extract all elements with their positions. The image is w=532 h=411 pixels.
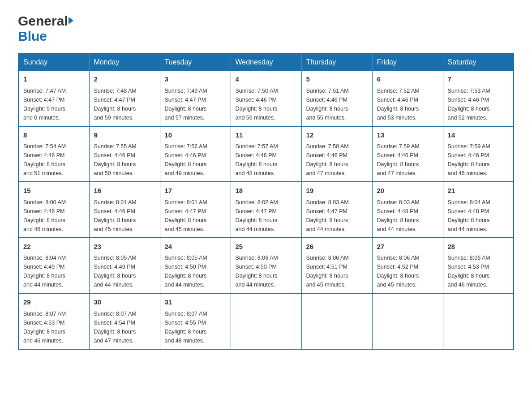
day-number: 5: [306, 74, 368, 85]
logo-general-text: General: [18, 13, 68, 29]
calendar-cell: 16Sunrise: 8:01 AMSunset: 4:46 PMDayligh…: [89, 182, 160, 238]
day-info: Sunrise: 8:07 AMSunset: 4:53 PMDaylight:…: [23, 309, 85, 345]
calendar-cell: 23Sunrise: 8:05 AMSunset: 4:49 PMDayligh…: [89, 238, 160, 294]
day-number: 1: [23, 74, 85, 85]
day-info: Sunrise: 8:06 AMSunset: 4:51 PMDaylight:…: [306, 253, 368, 289]
day-info: Sunrise: 7:58 AMSunset: 4:46 PMDaylight:…: [306, 142, 368, 178]
day-number: 31: [165, 297, 226, 308]
week-row-3: 15Sunrise: 8:00 AMSunset: 4:46 PMDayligh…: [18, 182, 514, 238]
col-header-friday: Friday: [372, 53, 443, 71]
col-header-saturday: Saturday: [443, 53, 514, 71]
calendar-cell: 22Sunrise: 8:04 AMSunset: 4:49 PMDayligh…: [18, 238, 89, 294]
day-number: 7: [448, 74, 509, 85]
day-number: 10: [165, 130, 226, 141]
calendar-cell: [301, 293, 372, 349]
calendar-cell: 28Sunrise: 8:06 AMSunset: 4:53 PMDayligh…: [443, 238, 514, 294]
day-number: 30: [94, 297, 155, 308]
calendar-cell: 19Sunrise: 8:03 AMSunset: 4:47 PMDayligh…: [301, 182, 372, 238]
col-header-sunday: Sunday: [18, 53, 89, 71]
calendar-cell: 25Sunrise: 8:06 AMSunset: 4:50 PMDayligh…: [231, 238, 301, 294]
calendar-cell: 12Sunrise: 7:58 AMSunset: 4:46 PMDayligh…: [301, 126, 372, 182]
day-number: 9: [94, 130, 155, 141]
day-number: 13: [377, 130, 438, 141]
calendar-cell: 9Sunrise: 7:55 AMSunset: 4:46 PMDaylight…: [89, 126, 160, 182]
day-info: Sunrise: 7:50 AMSunset: 4:46 PMDaylight:…: [236, 86, 297, 122]
day-info: Sunrise: 7:48 AMSunset: 4:47 PMDaylight:…: [94, 86, 155, 122]
day-number: 11: [236, 130, 297, 141]
day-info: Sunrise: 7:54 AMSunset: 4:46 PMDaylight:…: [23, 142, 85, 178]
calendar-cell: 14Sunrise: 7:59 AMSunset: 4:46 PMDayligh…: [443, 126, 514, 182]
calendar-cell: 30Sunrise: 8:07 AMSunset: 4:54 PMDayligh…: [89, 293, 160, 349]
day-info: Sunrise: 8:03 AMSunset: 4:47 PMDaylight:…: [306, 198, 368, 234]
day-number: 23: [94, 242, 155, 252]
day-info: Sunrise: 8:02 AMSunset: 4:47 PMDaylight:…: [236, 198, 297, 234]
day-info: Sunrise: 7:59 AMSunset: 4:46 PMDaylight:…: [448, 142, 509, 178]
week-row-1: 1Sunrise: 7:47 AMSunset: 4:47 PMDaylight…: [18, 71, 514, 126]
day-info: Sunrise: 8:05 AMSunset: 4:50 PMDaylight:…: [165, 253, 226, 289]
week-row-4: 22Sunrise: 8:04 AMSunset: 4:49 PMDayligh…: [18, 238, 514, 294]
day-number: 12: [306, 130, 368, 141]
calendar-cell: 7Sunrise: 7:53 AMSunset: 4:46 PMDaylight…: [443, 71, 514, 126]
logo: General Blue: [18, 13, 73, 44]
day-number: 15: [23, 186, 85, 196]
day-info: Sunrise: 7:52 AMSunset: 4:46 PMDaylight:…: [377, 86, 438, 122]
day-info: Sunrise: 8:03 AMSunset: 4:48 PMDaylight:…: [377, 198, 438, 234]
day-info: Sunrise: 7:47 AMSunset: 4:47 PMDaylight:…: [23, 86, 85, 122]
calendar-cell: [372, 293, 443, 349]
day-number: 18: [236, 186, 297, 196]
day-info: Sunrise: 7:49 AMSunset: 4:47 PMDaylight:…: [165, 86, 226, 122]
day-info: Sunrise: 8:06 AMSunset: 4:52 PMDaylight:…: [377, 253, 438, 289]
day-info: Sunrise: 7:55 AMSunset: 4:46 PMDaylight:…: [94, 142, 155, 178]
week-row-5: 29Sunrise: 8:07 AMSunset: 4:53 PMDayligh…: [18, 293, 514, 349]
day-info: Sunrise: 7:53 AMSunset: 4:46 PMDaylight:…: [448, 86, 509, 122]
day-number: 28: [448, 242, 509, 252]
day-info: Sunrise: 8:05 AMSunset: 4:49 PMDaylight:…: [94, 253, 155, 289]
calendar-cell: 6Sunrise: 7:52 AMSunset: 4:46 PMDaylight…: [372, 71, 443, 126]
calendar-table: SundayMondayTuesdayWednesdayThursdayFrid…: [18, 53, 514, 350]
day-info: Sunrise: 8:04 AMSunset: 4:48 PMDaylight:…: [448, 198, 509, 234]
day-info: Sunrise: 8:06 AMSunset: 4:53 PMDaylight:…: [448, 253, 509, 289]
day-info: Sunrise: 8:01 AMSunset: 4:46 PMDaylight:…: [94, 198, 155, 234]
day-info: Sunrise: 7:51 AMSunset: 4:46 PMDaylight:…: [306, 86, 368, 122]
day-info: Sunrise: 7:56 AMSunset: 4:46 PMDaylight:…: [165, 142, 226, 178]
calendar-cell: 24Sunrise: 8:05 AMSunset: 4:50 PMDayligh…: [160, 238, 231, 294]
day-info: Sunrise: 8:01 AMSunset: 4:47 PMDaylight:…: [165, 198, 226, 234]
calendar-cell: [443, 293, 514, 349]
calendar-cell: 20Sunrise: 8:03 AMSunset: 4:48 PMDayligh…: [372, 182, 443, 238]
calendar-cell: 21Sunrise: 8:04 AMSunset: 4:48 PMDayligh…: [443, 182, 514, 238]
calendar-cell: 8Sunrise: 7:54 AMSunset: 4:46 PMDaylight…: [18, 126, 89, 182]
day-number: 26: [306, 242, 368, 252]
day-number: 14: [448, 130, 509, 141]
logo-arrow-icon: [69, 17, 73, 24]
calendar-cell: 5Sunrise: 7:51 AMSunset: 4:46 PMDaylight…: [301, 71, 372, 126]
calendar-cell: 2Sunrise: 7:48 AMSunset: 4:47 PMDaylight…: [89, 71, 160, 126]
day-info: Sunrise: 8:04 AMSunset: 4:49 PMDaylight:…: [23, 253, 85, 289]
week-row-2: 8Sunrise: 7:54 AMSunset: 4:46 PMDaylight…: [18, 126, 514, 182]
calendar-cell: 17Sunrise: 8:01 AMSunset: 4:47 PMDayligh…: [160, 182, 231, 238]
calendar-cell: 4Sunrise: 7:50 AMSunset: 4:46 PMDaylight…: [231, 71, 301, 126]
day-number: 19: [306, 186, 368, 196]
calendar-cell: 3Sunrise: 7:49 AMSunset: 4:47 PMDaylight…: [160, 71, 231, 126]
day-number: 17: [165, 186, 226, 196]
day-number: 16: [94, 186, 155, 196]
day-number: 8: [23, 130, 85, 141]
day-number: 4: [236, 74, 297, 85]
col-header-wednesday: Wednesday: [231, 53, 301, 71]
day-info: Sunrise: 8:00 AMSunset: 4:46 PMDaylight:…: [23, 198, 85, 234]
calendar-cell: 26Sunrise: 8:06 AMSunset: 4:51 PMDayligh…: [301, 238, 372, 294]
day-number: 3: [165, 74, 226, 85]
calendar-cell: 18Sunrise: 8:02 AMSunset: 4:47 PMDayligh…: [231, 182, 301, 238]
day-number: 20: [377, 186, 438, 196]
day-number: 2: [94, 74, 155, 85]
calendar-cell: 1Sunrise: 7:47 AMSunset: 4:47 PMDaylight…: [18, 71, 89, 126]
calendar-cell: 10Sunrise: 7:56 AMSunset: 4:46 PMDayligh…: [160, 126, 231, 182]
day-number: 27: [377, 242, 438, 252]
day-number: 24: [165, 242, 226, 252]
page-header: General Blue: [18, 13, 514, 44]
day-number: 21: [448, 186, 509, 196]
day-info: Sunrise: 8:06 AMSunset: 4:50 PMDaylight:…: [236, 253, 297, 289]
day-info: Sunrise: 8:07 AMSunset: 4:55 PMDaylight:…: [165, 309, 226, 345]
calendar-cell: [231, 293, 301, 349]
day-info: Sunrise: 7:59 AMSunset: 4:46 PMDaylight:…: [377, 142, 438, 178]
day-number: 25: [236, 242, 297, 252]
